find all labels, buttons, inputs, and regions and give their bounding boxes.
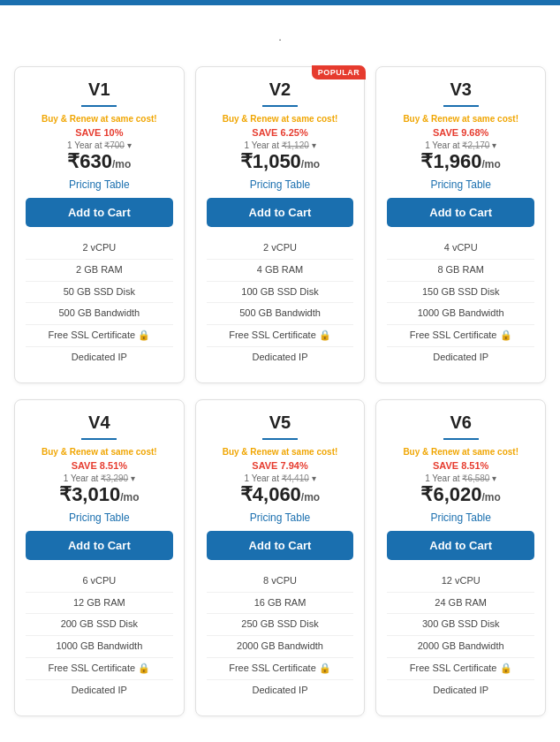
renew-label: Buy & Renew at same cost! xyxy=(207,114,354,124)
renew-label: Buy & Renew at same cost! xyxy=(26,447,173,457)
divider xyxy=(262,438,298,440)
spec-item: 250 GB SSD Disk xyxy=(207,613,354,635)
current-price: ₹3,010/mo xyxy=(26,483,173,506)
spec-item: Free SSL Certificate 🔒 xyxy=(26,657,173,679)
plan-name: V6 xyxy=(387,413,534,433)
save-label: SAVE 7.94% xyxy=(207,460,354,471)
spec-item: Free SSL Certificate 🔒 xyxy=(207,657,354,679)
plan-card-v3: V3Buy & Renew at same cost!SAVE 9.68%1 Y… xyxy=(375,66,546,383)
add-to-cart-button[interactable]: Add to Cart xyxy=(26,198,173,227)
current-price: ₹4,060/mo xyxy=(207,483,354,506)
spec-list: 6 vCPU12 GB RAM200 GB SSD Disk1000 GB Ba… xyxy=(26,571,173,701)
plan-card-v1: V1Buy & Renew at same cost!SAVE 10%1 Yea… xyxy=(14,66,185,383)
spec-item: Dedicated IP xyxy=(207,346,354,368)
divider xyxy=(443,438,479,440)
spec-item: 8 vCPU xyxy=(207,571,354,592)
spec-item: 100 GB SSD Disk xyxy=(207,281,354,303)
spec-item: 6 vCPU xyxy=(26,571,173,592)
plan-card-v6: V6Buy & Renew at same cost!SAVE 8.51%1 Y… xyxy=(375,399,546,716)
spec-item: Dedicated IP xyxy=(26,346,173,368)
spec-item: 150 GB SSD Disk xyxy=(387,281,534,303)
plan-name: V2 xyxy=(207,80,354,100)
save-label: SAVE 6.25% xyxy=(207,127,354,138)
current-price: ₹1,050/mo xyxy=(207,150,354,173)
pricing-table-link[interactable]: Pricing Table xyxy=(207,511,354,524)
spec-item: Free SSL Certificate 🔒 xyxy=(26,324,173,346)
plan-card-v2: POPULARV2Buy & Renew at same cost!SAVE 6… xyxy=(195,66,366,383)
renew-label: Buy & Renew at same cost! xyxy=(26,114,173,124)
plan-name: V1 xyxy=(26,80,173,100)
current-price: ₹630/mo xyxy=(26,150,173,173)
save-label: SAVE 8.51% xyxy=(387,460,534,471)
spec-item: 2 vCPU xyxy=(207,238,354,259)
save-label: SAVE 9.68% xyxy=(387,127,534,138)
period-row: 1 Year at ₹700 ▾ xyxy=(26,140,173,150)
plans-row-1: V1Buy & Renew at same cost!SAVE 10%1 Yea… xyxy=(14,66,546,383)
period-row: 1 Year at ₹3,290 ▾ xyxy=(26,473,173,483)
divider xyxy=(81,438,117,440)
spec-item: 300 GB SSD Disk xyxy=(387,613,534,635)
spec-item: 500 GB Bandwidth xyxy=(207,302,354,324)
plans-section: V1Buy & Renew at same cost!SAVE 10%1 Yea… xyxy=(0,52,560,739)
save-label: SAVE 10% xyxy=(26,127,173,138)
pricing-table-link[interactable]: Pricing Table xyxy=(387,178,534,191)
pricing-table-link[interactable]: Pricing Table xyxy=(387,511,534,524)
spec-item: 2000 GB Bandwidth xyxy=(387,635,534,657)
spec-item: 2 GB RAM xyxy=(26,259,173,281)
pricing-table-link[interactable]: Pricing Table xyxy=(207,178,354,191)
spec-item: 2000 GB Bandwidth xyxy=(207,635,354,657)
save-label: SAVE 8.51% xyxy=(26,460,173,471)
period-row: 1 Year at ₹4,410 ▾ xyxy=(207,473,354,483)
popular-badge: POPULAR xyxy=(312,65,367,80)
renew-label: Buy & Renew at same cost! xyxy=(387,114,534,124)
spec-list: 2 vCPU4 GB RAM100 GB SSD Disk500 GB Band… xyxy=(207,238,354,368)
spec-item: 24 GB RAM xyxy=(387,592,534,614)
period-row: 1 Year at ₹6,580 ▾ xyxy=(387,473,534,483)
spec-item: 8 GB RAM xyxy=(387,259,534,281)
plan-name: V4 xyxy=(26,413,173,433)
spec-list: 8 vCPU16 GB RAM250 GB SSD Disk2000 GB Ba… xyxy=(207,571,354,701)
spec-item: 4 vCPU xyxy=(387,238,534,259)
add-to-cart-button[interactable]: Add to Cart xyxy=(26,531,173,560)
spec-list: 4 vCPU8 GB RAM150 GB SSD Disk1000 GB Ban… xyxy=(387,238,534,368)
divider xyxy=(443,105,479,107)
spec-item: Dedicated IP xyxy=(387,679,534,701)
plan-name: V3 xyxy=(387,80,534,100)
spec-item: Free SSL Certificate 🔒 xyxy=(387,657,534,679)
renew-label: Buy & Renew at same cost! xyxy=(207,447,354,457)
plan-card-v5: V5Buy & Renew at same cost!SAVE 7.94%1 Y… xyxy=(195,399,366,716)
spec-item: Dedicated IP xyxy=(207,679,354,701)
spec-item: 50 GB SSD Disk xyxy=(26,281,173,303)
spec-item: 200 GB SSD Disk xyxy=(26,613,173,635)
current-price: ₹1,960/mo xyxy=(387,150,534,173)
spec-item: Free SSL Certificate 🔒 xyxy=(387,324,534,346)
plans-row-2: V4Buy & Renew at same cost!SAVE 8.51%1 Y… xyxy=(14,399,546,716)
spec-item: 1000 GB Bandwidth xyxy=(387,302,534,324)
current-price: ₹6,020/mo xyxy=(387,483,534,506)
period-row: 1 Year at ₹2,170 ▾ xyxy=(387,140,534,150)
pricing-table-link[interactable]: Pricing Table xyxy=(26,511,173,524)
spec-item: 4 GB RAM xyxy=(207,259,354,281)
plan-card-v4: V4Buy & Renew at same cost!SAVE 8.51%1 Y… xyxy=(14,399,185,716)
spec-item: 12 vCPU xyxy=(387,571,534,592)
add-to-cart-button[interactable]: Add to Cart xyxy=(387,531,534,560)
spec-item: Dedicated IP xyxy=(387,346,534,368)
pricing-table-link[interactable]: Pricing Table xyxy=(26,178,173,191)
divider xyxy=(81,105,117,107)
spec-item: Free SSL Certificate 🔒 xyxy=(207,324,354,346)
subtitle: . xyxy=(18,30,542,43)
renew-label: Buy & Renew at same cost! xyxy=(387,447,534,457)
spec-item: 12 GB RAM xyxy=(26,592,173,614)
add-to-cart-button[interactable]: Add to Cart xyxy=(207,198,354,227)
header: . xyxy=(0,5,560,52)
spec-list: 12 vCPU24 GB RAM300 GB SSD Disk2000 GB B… xyxy=(387,571,534,701)
plan-name: V5 xyxy=(207,413,354,433)
add-to-cart-button[interactable]: Add to Cart xyxy=(387,198,534,227)
divider xyxy=(262,105,298,107)
spec-item: 16 GB RAM xyxy=(207,592,354,614)
spec-item: 1000 GB Bandwidth xyxy=(26,635,173,657)
add-to-cart-button[interactable]: Add to Cart xyxy=(207,531,354,560)
spec-list: 2 vCPU2 GB RAM50 GB SSD Disk500 GB Bandw… xyxy=(26,238,173,368)
spec-item: Dedicated IP xyxy=(26,679,173,701)
spec-item: 2 vCPU xyxy=(26,238,173,259)
